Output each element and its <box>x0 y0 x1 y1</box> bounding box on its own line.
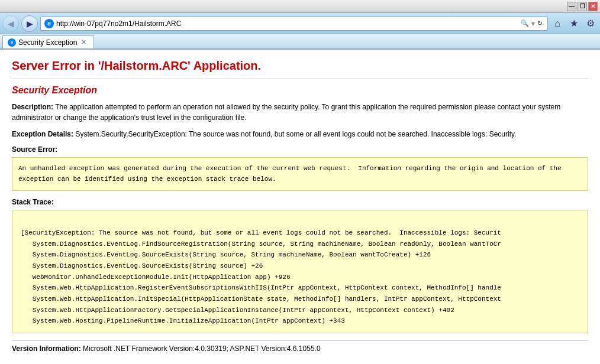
page-content: Server Error in '/Hailstorm.ARC' Applica… <box>0 50 600 364</box>
address-input[interactable] <box>56 20 520 28</box>
version-label: Version Information: <box>12 344 81 353</box>
exception-details-text: System.Security.SecurityException: The s… <box>75 130 516 138</box>
exception-details-label: Exception Details: <box>12 130 73 138</box>
exception-type-heading: Security Exception <box>12 85 588 96</box>
close-button[interactable]: ✕ <box>588 2 598 11</box>
favorites-button[interactable]: ★ <box>567 17 581 31</box>
home-button[interactable]: ⌂ <box>550 17 564 31</box>
refresh-button[interactable]: ↻ <box>536 20 544 27</box>
tools-button[interactable]: ⚙ <box>583 17 598 31</box>
source-error-label: Source Error: <box>12 145 588 154</box>
active-tab[interactable]: e Security Exception ✕ <box>2 35 94 48</box>
description-text: The application attempted to perform an … <box>12 103 560 122</box>
stack-trace-box: [SecurityException: The source was not f… <box>12 210 588 333</box>
version-info: Version Information: Microsoft .NET Fram… <box>12 340 588 353</box>
server-error-title: Server Error in '/Hailstorm.ARC' Applica… <box>12 59 588 79</box>
maximize-button[interactable]: ❐ <box>578 2 587 11</box>
nav-bar: ◀ ▶ e 🔍 ▾ ↻ ⌂ ★ ⚙ <box>0 13 600 34</box>
tab-label: Security Exception <box>18 38 77 47</box>
version-text: Microsoft .NET Framework Version:4.0.303… <box>83 344 321 353</box>
ie-icon: e <box>44 19 54 28</box>
minimize-button[interactable]: — <box>567 2 576 11</box>
nav-right: ⌂ ★ ⚙ <box>550 17 598 31</box>
title-bar: — ❐ ✕ <box>0 0 600 13</box>
tab-ie-icon: e <box>8 38 16 47</box>
source-error-box: An unhandled exception was generated dur… <box>12 157 588 191</box>
tab-close-button[interactable]: ✕ <box>79 38 88 47</box>
exception-details-paragraph: Exception Details: System.Security.Secur… <box>12 129 588 139</box>
tab-bar: e Security Exception ✕ <box>0 34 600 50</box>
stack-trace-label: Stack Trace: <box>12 198 588 206</box>
window-controls: — ❐ ✕ <box>567 2 598 11</box>
search-button[interactable]: 🔍 <box>520 20 530 27</box>
address-actions: 🔍 ▾ ↻ <box>520 20 544 28</box>
forward-button[interactable]: ▶ <box>21 15 38 32</box>
browser-content-wrapper: Server Error in '/Hailstorm.ARC' Applica… <box>0 50 600 364</box>
back-button[interactable]: ◀ <box>2 15 19 32</box>
description-paragraph: Description: The application attempted t… <box>12 102 588 123</box>
description-label: Description: <box>12 103 53 111</box>
address-bar-container: e 🔍 ▾ ↻ <box>40 17 548 31</box>
